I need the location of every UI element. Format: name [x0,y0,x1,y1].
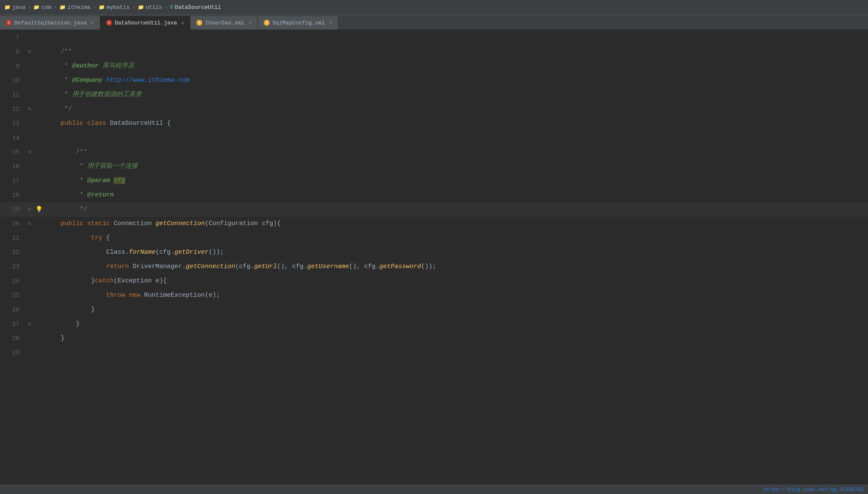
breadcrumb-utils-label: utils [146,4,162,11]
code-line-20: 20 ⊟ public static Connection getConnect… [0,217,868,231]
breadcrumb-itheima-label: itheima [67,4,91,11]
breadcrumb-datasourceutil-label: DataSourceUtil [175,4,221,11]
code-line-25: 25 throw new RuntimeException(e); [0,288,868,303]
tab-label-2: IUserDao.xml [205,20,244,26]
fold-gutter-19[interactable]: ⊟ [25,202,34,217]
itheima-folder-icon: 📁 [59,4,66,11]
lightbulb-19[interactable]: 💡 [34,202,44,217]
code-line-12: 12 ⊟ */ [0,102,868,116]
code-line-10: 10 * @Company http://www.ithiema.com [0,73,868,88]
tab-close-3[interactable]: ✕ [329,20,332,26]
tab-sqlmapconfig[interactable]: X SqlMapConfig.xml ✕ [258,16,338,30]
tab-label-1: DataSourceUtil.java [115,20,177,26]
code-line-23: 23 return DriverManager.getConnection(cf… [0,260,868,274]
breadcrumb-java[interactable]: 📁 java [4,4,25,11]
fold-gutter-15[interactable]: ⊟ [25,145,34,159]
tab-label-0: DefaultSqlSession.java [14,20,87,26]
fold-gutter-27[interactable]: ⊟ [25,317,34,331]
mybatis-folder-icon: 📁 [99,4,105,11]
code-line-29: 29 [0,346,868,360]
java-folder-icon: 📁 [4,4,11,11]
status-url: https://blog.csdn.net/qq_42350785 [764,487,864,493]
code-line-17: 17 * @param cfg [0,174,868,188]
fold-gutter-20[interactable]: ⊟ [25,217,34,231]
code-line-7: 7 [0,30,868,45]
code-line-9: 9 * @author 黑马程序员 [0,59,868,73]
tab-xml-icon-2: X [196,20,202,26]
code-editor: 7 8 ⊟ /** 9 * @author 黑马程序员 10 * @Compan [0,30,868,485]
code-line-8: 8 ⊟ /** [0,45,868,59]
tab-close-2[interactable]: ✕ [249,20,252,26]
tab-datasourceutil[interactable]: C DataSourceUtil.java ✕ [100,16,190,30]
breadcrumb-itheima[interactable]: 📁 itheima [59,4,91,11]
tab-iuserdao[interactable]: X IUserDao.xml ✕ [190,16,258,30]
tab-java-icon-1: C [106,20,112,26]
code-line-11: 11 * 用于创建数据源的工具类 [0,88,868,102]
datasourceutil-file-icon: © [170,5,173,11]
code-line-19: 19 ⊟ 💡 */ [0,202,868,217]
breadcrumb-com[interactable]: 📁 com [33,4,51,11]
utils-folder-icon: 📁 [138,4,144,11]
breadcrumb-mybatis-label: mybatis [107,4,130,11]
tab-close-0[interactable]: ✕ [91,20,94,26]
breadcrumb-java-label: java [12,4,25,11]
breadcrumb-datasourceutil[interactable]: © DataSourceUtil [170,4,221,11]
code-line-18: 18 * @return [0,188,868,202]
tab-xml-icon-3: X [264,20,270,26]
breadcrumb-mybatis[interactable]: 📁 mybatis [99,4,130,11]
code-line-24: 24 }catch(Exception e){ [0,274,868,288]
tab-bar: C DefaultSqlSession.java ✕ C DataSourceU… [0,15,868,30]
code-line-22: 22 Class.forName(cfg.getDriver()); [0,245,868,260]
fold-gutter-12[interactable]: ⊟ [25,102,34,116]
breadcrumb-utils[interactable]: 📁 utils [138,4,162,11]
breadcrumb-com-label: com [41,4,51,11]
code-line-13: 13 public class DataSourceUtil { [0,116,868,131]
code-line-28: 28 } [0,331,868,346]
code-line-27: 27 ⊟ } [0,317,868,331]
tab-java-icon-0: C [6,20,12,26]
status-bar: https://blog.csdn.net/qq_42350785 [0,485,868,494]
fold-gutter-8[interactable]: ⊟ [25,45,34,59]
code-line-16: 16 * 用于获取一个连接 [0,159,868,174]
tab-label-3: SqlMapConfig.xml [272,20,325,26]
code-lines: 7 8 ⊟ /** 9 * @author 黑马程序员 10 * @Compan [0,30,868,485]
tab-defaultsqlsession[interactable]: C DefaultSqlSession.java ✕ [0,16,100,30]
com-folder-icon: 📁 [33,4,40,11]
code-line-15: 15 ⊟ /** [0,145,868,159]
code-line-14: 14 [0,131,868,145]
tab-close-1[interactable]: ✕ [181,20,184,26]
code-line-21: 21 try { [0,231,868,245]
breadcrumb-bar: 📁 java › 📁 com › 📁 itheima › 📁 mybatis ›… [0,0,868,15]
code-line-26: 26 } [0,303,868,317]
